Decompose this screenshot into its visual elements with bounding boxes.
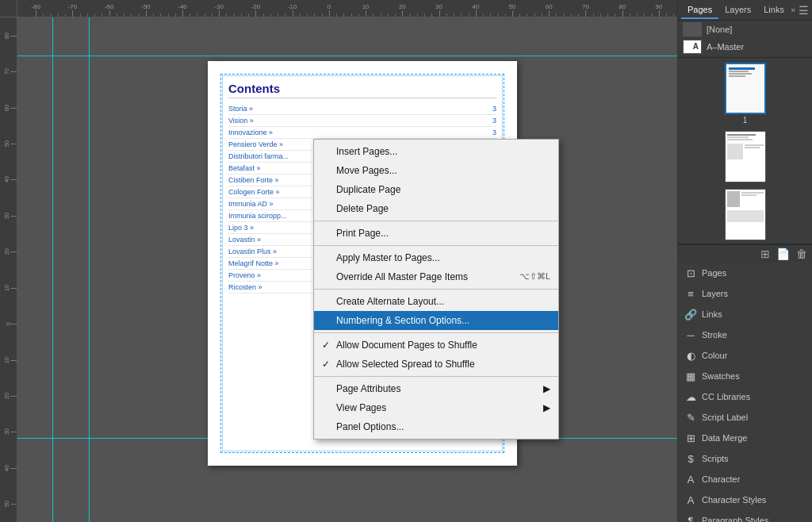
panel-section-scripts[interactable]: $Scripts: [678, 448, 812, 469]
ruler-top: -80-70-60-50-40-30-20-100102030405060708…: [17, 0, 677, 17]
page-title: Contents: [228, 82, 496, 98]
ruler-top-mark: -20: [251, 3, 261, 10]
ruler-left-mark: 10: [5, 285, 10, 291]
ruler-top-mark: 70: [582, 3, 589, 10]
panel-section-character-styles[interactable]: ACharacter Styles: [678, 489, 812, 510]
ruler-top-mark: 80: [619, 3, 626, 10]
panel-section-script-label[interactable]: ✎Script Label: [678, 407, 812, 428]
character-styles-icon: A: [684, 493, 697, 506]
masters-divider: [678, 57, 812, 58]
menu-item-panel-options[interactable]: Panel Options...: [314, 417, 558, 436]
panel-label-script-label: Script Label: [702, 413, 806, 422]
ruler-top-mark: -70: [68, 3, 78, 10]
ruler-left-mark: 40: [5, 177, 10, 183]
ruler-left-mark: 50: [5, 501, 10, 507]
panel-section-layers[interactable]: ≡Layers: [678, 283, 812, 304]
ruler-left: 807060504030201001020304050: [0, 17, 17, 522]
stroke-icon: ─: [684, 328, 697, 341]
ruler-top-mark: -10: [288, 3, 297, 10]
a-master-item[interactable]: A A–Master: [678, 38, 812, 56]
panel-sections: ⊡Pages≡Layers🔗Links─Stroke◐Colour▦Swatch…: [678, 263, 812, 522]
thumb-line-1: [729, 67, 756, 70]
menu-separator: [314, 289, 558, 290]
panel-tab-more[interactable]: »: [791, 6, 795, 14]
links-icon: 🔗: [684, 308, 697, 320]
toc-item: Vision »3: [228, 115, 496, 127]
menu-separator: [314, 332, 558, 333]
panel-section-data-merge[interactable]: ⊞Data Merge: [678, 428, 812, 448]
toc-item: Innovazione »3: [228, 127, 496, 139]
toc-item-name: Ricosten »: [228, 283, 262, 291]
page-spread-3: [678, 186, 812, 244]
toc-item-name: Cologen Forte »: [228, 188, 280, 196]
ruler-left-mark: 40: [5, 465, 10, 471]
toc-item-page: 3: [492, 105, 496, 113]
tab-layers[interactable]: Layers: [718, 2, 757, 19]
ruler-left-mark: 0: [6, 322, 12, 325]
menu-item-allow-shuffle[interactable]: Allow Document Pages to Shuffle: [314, 336, 558, 355]
new-page-group-btn[interactable]: ⊞: [760, 248, 770, 260]
menu-item-page-attributes[interactable]: Page Attributes▶: [314, 379, 558, 398]
ruler-top-mark: 20: [399, 3, 406, 10]
a-master-thumb: A: [683, 40, 702, 54]
panel-sections-scroll: ⊡Pages≡Layers🔗Links─Stroke◐Colour▦Swatch…: [678, 263, 812, 522]
tab-pages[interactable]: Pages: [681, 2, 718, 19]
ruler-left-mark: 70: [5, 68, 10, 75]
thumb-line-4: [729, 75, 745, 77]
page-3-thumb[interactable]: [725, 189, 766, 240]
page-1-content: [726, 64, 764, 113]
ruler-top-mark: 90: [655, 3, 662, 10]
panel-section-paragraph-styles[interactable]: ¶Paragraph Styles: [678, 510, 812, 522]
panel-section-stroke[interactable]: ─Stroke: [678, 324, 812, 345]
ruler-left-mark: 30: [5, 429, 10, 436]
toc-item-name: Lipo 3 »: [228, 224, 254, 232]
toc-item-name: Distributori farma...: [228, 152, 289, 160]
menu-item-insert-pages[interactable]: Insert Pages...: [314, 142, 558, 161]
ruler-left-mark: 10: [5, 357, 10, 363]
panel-label-character-styles: Character Styles: [702, 495, 806, 505]
page-2-thumb[interactable]: [725, 131, 766, 182]
ruler-left-mark: 30: [5, 213, 10, 219]
panel-label-character: Character: [702, 474, 806, 484]
panel-label-swatches: Swatches: [702, 371, 806, 381]
menu-item-delete-page[interactable]: Delete Page: [314, 199, 558, 218]
panel-section-pages[interactable]: ⊡Pages: [678, 263, 812, 283]
page-1-label: 1: [743, 116, 748, 125]
menu-item-duplicate-page[interactable]: Duplicate Page: [314, 180, 558, 199]
toc-item-name: Cistiben Forte »: [228, 176, 279, 184]
page-1-container[interactable]: 1: [725, 63, 766, 125]
ruler-top-mark: -30: [214, 3, 224, 10]
toc-item-name: Innovazione »: [228, 129, 273, 136]
delete-page-btn[interactable]: 🗑: [796, 248, 807, 260]
panel-section-character[interactable]: ACharacter: [678, 469, 812, 489]
guide-vertical-2: [89, 17, 90, 522]
panel-section-swatches[interactable]: ▦Swatches: [678, 366, 812, 386]
menu-item-numbering-section[interactable]: Numbering & Section Options...: [314, 311, 558, 330]
toc-item-name: Lovastin »: [228, 236, 261, 244]
menu-item-create-alternate[interactable]: Create Alternate Layout...: [314, 292, 558, 311]
guide-vertical-1: [52, 17, 53, 522]
menu-item-allow-spread[interactable]: Allow Selected Spread to Shuffle: [314, 355, 558, 374]
menu-item-view-pages[interactable]: View Pages▶: [314, 398, 558, 417]
menu-item-apply-master[interactable]: Apply Master to Pages...: [314, 248, 558, 267]
scripts-icon: $: [684, 452, 697, 465]
panel-label-links: Links: [702, 309, 806, 319]
menu-item-move-pages[interactable]: Move Pages...: [314, 161, 558, 180]
tab-links[interactable]: Links: [757, 2, 791, 19]
ruler-top-mark: 10: [362, 3, 370, 10]
page-1-thumb[interactable]: [725, 63, 766, 114]
panel-label-colour: Colour: [702, 351, 806, 360]
panel-section-cc-libraries[interactable]: ☁CC Libraries: [678, 386, 812, 407]
thumb-line-2: [729, 71, 749, 72]
panel-label-stroke: Stroke: [702, 330, 806, 340]
menu-item-print-page[interactable]: Print Page...: [314, 224, 558, 243]
panel-section-colour[interactable]: ◐Colour: [678, 345, 812, 366]
panel-hamburger-icon[interactable]: ☰: [799, 4, 809, 17]
layers-icon: ≡: [684, 287, 697, 300]
guide-horizontal-1: [17, 56, 677, 56]
right-panel: Pages Layers Links » ☰ [None] A A–Master: [677, 0, 812, 522]
new-page-btn[interactable]: 📄: [776, 248, 790, 260]
menu-item-override-master[interactable]: Override All Master Page Items⌥⇧⌘L: [314, 267, 558, 286]
none-master-item[interactable]: [None]: [678, 21, 812, 38]
panel-section-links[interactable]: 🔗Links: [678, 304, 812, 324]
